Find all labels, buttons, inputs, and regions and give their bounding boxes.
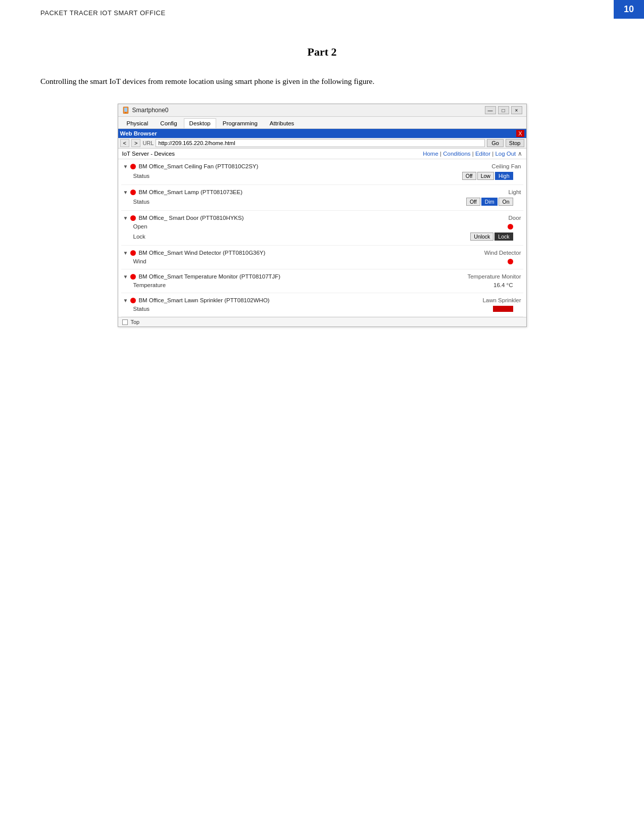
ceiling-fan-low-button[interactable]: Low [477, 172, 494, 180]
tab-bar: Physical Config Desktop Programming Attr… [118, 117, 526, 129]
wind-label: Wind [133, 258, 146, 264]
lamp-status-label: Status [133, 199, 150, 205]
device-door-type: Door [509, 215, 521, 221]
url-label: URL [142, 140, 154, 146]
device-temp-monitor: ▼ BM Office_Smart Temperature Monitor (P… [121, 269, 523, 293]
collapse-arrow-door[interactable]: ▼ [123, 215, 128, 221]
door-lock-button[interactable]: Lock [494, 233, 513, 241]
url-input[interactable] [156, 139, 485, 147]
door-open-row: Open [121, 222, 523, 231]
tab-programming[interactable]: Programming [217, 118, 263, 128]
tab-desktop[interactable]: Desktop [184, 118, 216, 128]
device-temp-header: ▼ BM Office_Smart Temperature Monitor (P… [121, 272, 523, 281]
device-lawn-sprinkler: ▼ BM Office_Smart Lawn Sprinkler (PTT081… [121, 293, 523, 317]
lamp-on-button[interactable]: On [499, 198, 513, 206]
restore-button[interactable]: □ [498, 106, 509, 114]
device-wind-header: ▼ BM Office_Smart Wind Detector (PTT0810… [121, 249, 523, 257]
lamp-status-row: Status Off Dim On [121, 196, 523, 207]
collapse-arrow-ceiling-fan[interactable]: ▼ [123, 164, 128, 169]
door-controls: Unlock Lock [470, 233, 513, 241]
temp-row: Temperature 16.4 °C [121, 281, 523, 290]
tab-config[interactable]: Config [155, 118, 182, 128]
temp-value: 16.4 °C [493, 282, 513, 288]
back-button[interactable]: < [120, 139, 129, 147]
device-wind-type: Wind Detector [484, 250, 521, 256]
device-lamp-type: Light [509, 189, 521, 195]
device-wind-name: BM Office_Smart Wind Detector (PTT0810G3… [138, 250, 265, 256]
top-label: Top [131, 319, 140, 325]
sim-title: Smartphone0 [132, 107, 169, 114]
device-sprinkler-name: BM Office_Smart Lawn Sprinkler (PTT08102… [138, 297, 269, 303]
device-temp-type: Temperature Monitor [467, 273, 521, 280]
go-button[interactable]: Go [487, 139, 504, 147]
top-checkbox[interactable] [122, 319, 128, 325]
device-temp-name: BM Office_Smart Temperature Monitor (PTT… [138, 273, 280, 280]
browser-nav: < > URL Go Stop [118, 138, 526, 149]
device-door-name: BM Office_ Smart Door (PTT0810HYKS) [138, 215, 243, 221]
door-open-label: Open [133, 223, 147, 229]
ceiling-fan-controls: Off Low High [462, 172, 513, 180]
device-ceiling-fan: ▼ BM Office_Smart Ceiling Fan (PTT0810C2… [121, 159, 523, 185]
home-link[interactable]: Home [423, 151, 438, 157]
wind-row: Wind [121, 257, 523, 266]
ceiling-fan-off-button[interactable]: Off [462, 172, 476, 180]
conditions-link[interactable]: Conditions [443, 151, 470, 157]
device-door: ▼ BM Office_ Smart Door (PTT0810HYKS) Do… [121, 211, 523, 246]
collapse-arrow-lamp[interactable]: ▼ [123, 190, 128, 195]
page-number: 10 [614, 0, 644, 19]
tab-physical[interactable]: Physical [121, 118, 154, 128]
lamp-dim-button[interactable]: Dim [481, 198, 498, 206]
device-ceiling-fan-type: Ceiling Fan [491, 163, 521, 169]
ceiling-fan-status-label: Status [133, 173, 150, 179]
iot-server-header: IoT Server - Devices Home | Conditions |… [118, 149, 526, 159]
lamp-off-button[interactable]: Off [466, 198, 480, 206]
iot-server-label: IoT Server - Devices [122, 151, 175, 157]
simulator-window: Smartphone0 — □ × Physical Config Deskto… [118, 104, 527, 327]
browser-close-button[interactable]: X [516, 130, 524, 137]
part-title: Part 2 [40, 45, 604, 59]
device-ceiling-fan-name: BM Office_Smart Ceiling Fan (PTT0810C2SY… [138, 163, 258, 169]
sprinkler-status-label: Status [133, 306, 150, 312]
status-dot-lamp [130, 190, 136, 195]
collapse-arrow-wind[interactable]: ▼ [123, 250, 128, 256]
door-open-dot [508, 224, 513, 229]
device-lamp-header: ▼ BM Office_Smart Lamp (PTT081073EE) Lig… [121, 188, 523, 196]
collapse-arrow-temp[interactable]: ▼ [123, 274, 128, 280]
collapse-arrow-sprinkler[interactable]: ▼ [123, 298, 128, 303]
description-text: Controlling the smart IoT devices from r… [40, 74, 604, 88]
iot-nav-links[interactable]: Home | Conditions | Editor | Log Out ∧ [423, 150, 522, 157]
sprinkler-status-row: Status [121, 304, 523, 313]
device-door-header: ▼ BM Office_ Smart Door (PTT0810HYKS) Do… [121, 214, 523, 222]
device-sprinkler-type: Lawn Sprinkler [482, 297, 521, 303]
status-dot-wind [130, 250, 136, 256]
svg-rect-1 [124, 108, 127, 112]
device-sprinkler-header: ▼ BM Office_Smart Lawn Sprinkler (PTT081… [121, 296, 523, 304]
browser-title: Web Browser [120, 130, 157, 136]
page-header: PACKET TRACER IOT SMART OFFICE [40, 9, 166, 17]
forward-button[interactable]: > [131, 139, 140, 147]
sim-bottom-bar: Top [118, 317, 526, 327]
tab-attributes[interactable]: Attributes [264, 118, 300, 128]
status-dot-temp [130, 274, 136, 280]
close-button[interactable]: × [511, 106, 522, 114]
logout-link[interactable]: Log Out [495, 151, 516, 157]
minimize-button[interactable]: — [485, 106, 496, 114]
device-lamp-name: BM Office_Smart Lamp (PTT081073EE) [138, 189, 242, 195]
svg-point-2 [125, 112, 126, 113]
stop-button[interactable]: Stop [506, 139, 524, 147]
browser-bar: Web Browser X [118, 129, 526, 138]
device-wind-detector: ▼ BM Office_Smart Wind Detector (PTT0810… [121, 246, 523, 269]
lamp-controls: Off Dim On [466, 198, 513, 206]
ceiling-fan-status-row: Status Off Low High [121, 170, 523, 181]
editor-link[interactable]: Editor [475, 151, 490, 157]
door-unlock-button[interactable]: Unlock [470, 233, 493, 241]
titlebar: Smartphone0 — □ × [118, 104, 526, 117]
status-dot-sprinkler [130, 298, 136, 303]
sprinkler-status-indicator [493, 306, 513, 312]
wind-dot [508, 259, 513, 264]
ceiling-fan-high-button[interactable]: High [495, 172, 513, 180]
status-dot-ceiling-fan [130, 164, 136, 169]
door-lock-label: Lock [133, 234, 145, 240]
status-dot-door [130, 215, 136, 221]
temp-label: Temperature [133, 282, 166, 288]
